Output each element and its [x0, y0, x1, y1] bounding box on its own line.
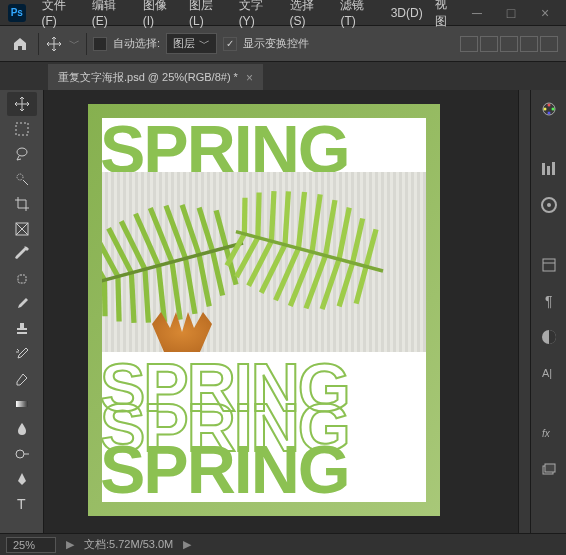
svg-point-51	[551, 108, 554, 111]
document-tab-title: 重复文字海报.psd @ 25%(RGB/8#) *	[58, 70, 238, 85]
menu-type[interactable]: 文字(Y)	[233, 0, 284, 28]
layer-dropdown-label: 图层	[173, 36, 195, 51]
move-tool[interactable]	[7, 92, 37, 116]
document-tab[interactable]: 重复文字海报.psd @ 25%(RGB/8#) * ×	[48, 64, 263, 90]
svg-line-47	[356, 266, 366, 303]
eraser-tool[interactable]	[7, 367, 37, 391]
layer-dropdown[interactable]: 图层 ﹀	[166, 33, 217, 54]
svg-line-35	[336, 208, 353, 260]
svg-line-29	[248, 193, 269, 238]
svg-line-30	[261, 191, 284, 241]
blur-tool[interactable]	[7, 417, 37, 441]
gradient-tool[interactable]	[7, 392, 37, 416]
spring-text-bottom: SPRING	[102, 430, 349, 502]
properties-panel-icon[interactable]	[538, 254, 560, 276]
svg-line-18	[108, 276, 129, 321]
close-button[interactable]: ×	[532, 4, 558, 22]
pen-tool[interactable]	[7, 467, 37, 491]
svg-point-1	[17, 174, 23, 180]
svg-rect-54	[542, 163, 545, 175]
right-panels: ¶ A| fx	[530, 90, 566, 533]
auto-select-checkbox[interactable]	[93, 37, 107, 51]
close-tab-button[interactable]: ×	[246, 71, 253, 85]
align-button-5[interactable]	[540, 36, 558, 52]
svg-line-28	[236, 198, 254, 234]
svg-line-36	[351, 218, 364, 262]
healing-tool[interactable]	[7, 267, 37, 291]
gradient-panel-icon[interactable]	[538, 326, 560, 348]
eyedropper-tool[interactable]	[7, 242, 37, 266]
svg-line-46	[339, 262, 352, 306]
menu-image[interactable]: 图像(I)	[137, 0, 183, 28]
align-button-4[interactable]	[520, 36, 538, 52]
lasso-tool[interactable]	[7, 142, 37, 166]
color-panel-icon[interactable]	[538, 98, 560, 120]
menu-file[interactable]: 文件(F)	[36, 0, 86, 28]
ps-logo: Ps	[8, 4, 26, 22]
svg-point-58	[547, 203, 551, 207]
type-tool[interactable]: T	[7, 492, 37, 516]
svg-line-15	[199, 207, 212, 251]
svg-text:A|: A|	[542, 367, 552, 379]
tools-panel: T	[0, 90, 44, 533]
svg-line-45	[322, 258, 339, 310]
menu-view[interactable]: 视图	[429, 0, 464, 30]
document-info: 文档:5.72M/53.0M	[84, 537, 173, 552]
character-panel-icon[interactable]: A|	[538, 362, 560, 384]
styles-panel-icon[interactable]: fx	[538, 422, 560, 444]
menu-layer[interactable]: 图层(L)	[183, 0, 233, 28]
quick-select-tool[interactable]	[7, 167, 37, 191]
marquee-tool[interactable]	[7, 117, 37, 141]
svg-line-23	[180, 258, 200, 313]
dodge-tool[interactable]	[7, 442, 37, 466]
zoom-input[interactable]: 25%	[6, 537, 56, 553]
home-icon	[12, 36, 28, 52]
svg-rect-3	[18, 275, 26, 283]
svg-line-14	[182, 204, 199, 256]
menu-3d[interactable]: 3D(D)	[385, 6, 429, 20]
canvas-area[interactable]: SPRING SPRING SPRING SPRING	[44, 90, 518, 533]
svg-rect-55	[547, 166, 550, 175]
menu-edit[interactable]: 编辑(E)	[86, 0, 137, 28]
dropdown-arrow-icon[interactable]: ﹀	[69, 36, 80, 51]
paragraph-panel-icon[interactable]: ¶	[538, 290, 560, 312]
svg-rect-66	[545, 464, 555, 472]
svg-line-20	[135, 269, 159, 322]
doc-info-chevron[interactable]: ▶	[183, 538, 191, 551]
svg-line-34	[320, 200, 340, 255]
svg-text:fx: fx	[542, 428, 551, 439]
show-transform-label: 显示变换控件	[243, 36, 309, 51]
panel-collapse-strip[interactable]	[518, 90, 530, 533]
minimize-button[interactable]: ─	[464, 4, 490, 22]
auto-select-label: 自动选择:	[113, 36, 160, 51]
crop-tool[interactable]	[7, 192, 37, 216]
photo-layer	[102, 172, 426, 352]
stamp-tool[interactable]	[7, 317, 37, 341]
align-button-2[interactable]	[480, 36, 498, 52]
svg-point-52	[547, 112, 550, 115]
layers-panel-icon[interactable]	[538, 458, 560, 480]
home-button[interactable]	[8, 32, 32, 56]
chevron-down-icon: ﹀	[199, 36, 210, 51]
align-button-3[interactable]	[500, 36, 518, 52]
svg-point-53	[543, 108, 546, 111]
doc-info-dropdown[interactable]: ▶	[66, 538, 74, 551]
show-transform-checkbox[interactable]	[223, 37, 237, 51]
svg-line-32	[290, 192, 313, 248]
svg-line-22	[165, 262, 187, 320]
svg-rect-59	[543, 259, 555, 271]
adjustments-panel-icon[interactable]	[538, 158, 560, 180]
swatches-panel-icon[interactable]	[538, 194, 560, 216]
brush-tool[interactable]	[7, 292, 37, 316]
menu-filter[interactable]: 滤镜(T)	[334, 0, 384, 28]
history-brush-tool[interactable]	[7, 342, 37, 366]
frame-tool[interactable]	[7, 217, 37, 241]
svg-rect-0	[16, 123, 28, 135]
svg-line-31	[275, 191, 299, 244]
menu-select[interactable]: 选择(S)	[284, 0, 335, 28]
maximize-button[interactable]: □	[498, 4, 524, 22]
artboard[interactable]: SPRING SPRING SPRING SPRING	[88, 104, 440, 516]
svg-line-37	[366, 229, 376, 266]
align-button-1[interactable]	[460, 36, 478, 52]
svg-text:¶: ¶	[545, 293, 553, 309]
